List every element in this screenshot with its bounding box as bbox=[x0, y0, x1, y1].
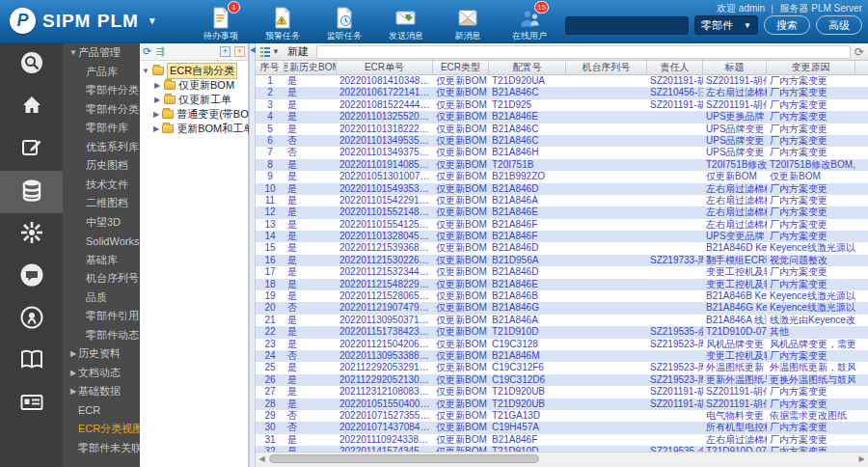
search-button[interactable]: 搜索 bbox=[764, 15, 810, 35]
tree-node[interactable]: ▶仅更新BOM bbox=[142, 78, 246, 93]
table-row[interactable]: 21是202201130950371…仅更新BOMB21A846AB21A846… bbox=[256, 315, 868, 326]
tree-collapse-icon[interactable]: ▼ bbox=[142, 67, 149, 75]
horizontal-scrollbar[interactable]: ◀ ▶ bbox=[256, 452, 868, 464]
table-row[interactable]: 15是202201121539368…仅更新BOMB21A846DB21A846… bbox=[256, 242, 868, 254]
advanced-search-button[interactable]: 高级 bbox=[816, 15, 862, 35]
column-header[interactable]: 更新历史BOM bbox=[285, 61, 337, 74]
column-header[interactable]: 配置号 bbox=[489, 61, 566, 74]
sidebar-item[interactable]: 基础库 bbox=[63, 251, 140, 270]
tool-online-users[interactable]: 在线用户15 bbox=[506, 4, 553, 42]
table-row[interactable]: 29否202201071527355…仅更新BOMT21GA13D电气物料变更依… bbox=[256, 410, 868, 422]
strip-item-book[interactable] bbox=[0, 341, 63, 383]
sidebar-item[interactable]: 零部件未关联文件 bbox=[63, 439, 140, 458]
expand-all-button[interactable]: + bbox=[220, 46, 231, 57]
tree-node[interactable]: ▶普通变更(带BOM变更) bbox=[142, 107, 246, 122]
table-row[interactable]: 7否202201101349375…仅更新BOMB21A846HUPS品牌变更厂… bbox=[256, 147, 868, 158]
column-header[interactable]: 机台序列号 bbox=[566, 61, 647, 74]
table-row[interactable]: 28是202201051550400…仅更新BOMT21D920UBSZ2011… bbox=[256, 398, 868, 410]
strip-item-edit[interactable] bbox=[0, 128, 63, 171]
tool-todo-document[interactable]: 待办事项1 bbox=[198, 4, 244, 42]
table-row[interactable]: 6否202201101349535…仅更新BOMB21A846CUPS品牌变更厂… bbox=[256, 135, 868, 147]
column-header[interactable]: 标题 bbox=[703, 61, 767, 74]
column-header[interactable]: ECR单号 bbox=[337, 61, 433, 74]
sidebar-item[interactable]: ▼产品管理 bbox=[63, 43, 140, 63]
scroll-left-icon[interactable]: ◀ bbox=[257, 453, 267, 464]
sidebar-item[interactable]: 中望3D bbox=[63, 213, 140, 233]
strip-item-gear[interactable] bbox=[0, 213, 63, 256]
new-button[interactable]: 新建 bbox=[284, 44, 312, 59]
table-row[interactable]: 16是202201121530226…仅更新BOMB21D956ASZ21973… bbox=[256, 255, 868, 266]
grid-refresh-icon[interactable]: ⟳ bbox=[854, 45, 864, 59]
sidebar-item[interactable]: 零部件引用查询 bbox=[63, 307, 140, 326]
sidebar-item[interactable]: 产品库 bbox=[63, 63, 140, 82]
sidebar-item[interactable]: ▶基础数据 bbox=[63, 382, 140, 401]
table-row[interactable]: 14是202201101328045…仅更新BOMB21A846FUPS变更品牌… bbox=[256, 231, 868, 242]
scroll-right-icon[interactable]: ▶ bbox=[856, 453, 867, 464]
collapse-all-button[interactable]: + bbox=[234, 46, 245, 57]
tool-warning-task[interactable]: 预警任务 bbox=[259, 4, 306, 42]
app-logo[interactable]: P SIPM PLM ▼ bbox=[10, 8, 157, 34]
column-header[interactable]: 变更原因 bbox=[767, 61, 855, 74]
strip-item-search[interactable] bbox=[0, 43, 63, 86]
table-row[interactable]: 30否202201071437084…仅更新BOMC19H457A所有机型电控柜… bbox=[256, 422, 868, 433]
sidebar-item[interactable]: 优选系列库 bbox=[63, 138, 140, 157]
table-row[interactable]: 17是202201121532344…仅更新BOMB21A846D变更工控机及轴… bbox=[256, 266, 868, 278]
list-view-icon[interactable]: ▼ bbox=[259, 46, 280, 58]
grid-filter-input[interactable] bbox=[316, 45, 851, 59]
sidebar-item[interactable]: 历史图档 bbox=[63, 156, 140, 176]
sidebar-item[interactable]: ▶历史资料 bbox=[63, 344, 140, 364]
tree-node[interactable]: ▶仅更新工单 bbox=[142, 93, 246, 107]
sidebar-item[interactable]: 品质 bbox=[63, 288, 140, 308]
table-row[interactable]: 1是202201081410348…仅更新BOMT21D920UASZ20119… bbox=[256, 75, 868, 87]
table-row[interactable]: 25是202112292053291…仅更新BOMC19C312F6SZ2195… bbox=[256, 362, 868, 373]
sidebar-item[interactable]: 零部件分类视图 bbox=[63, 100, 140, 120]
refresh-icon[interactable]: ⟳ bbox=[143, 46, 151, 57]
table-row[interactable]: 2是202201061722141…仅更新BOMB21A846CSZ210456… bbox=[256, 87, 868, 98]
table-row[interactable]: 5是202201101318222…仅更新BOMB21A846CUPS品牌变更厂… bbox=[256, 124, 868, 135]
tool-send-message[interactable]: 发送消息 bbox=[383, 4, 429, 42]
table-row[interactable]: 13是202201101554125…仅更新BOMB21A846F左右扇过滤棉板… bbox=[256, 219, 868, 231]
tool-monitor-task[interactable]: 监听任务 bbox=[321, 4, 367, 42]
strip-item-database[interactable] bbox=[0, 171, 63, 213]
tree-root-node[interactable]: ▼ ECR自动分类 bbox=[142, 64, 246, 78]
table-row[interactable]: 3是202201081522444…仅更新BOMT21D925SZ201191-… bbox=[256, 99, 868, 111]
table-row[interactable]: 10是202201101549353…仅更新BOMB21A846D左右扇过滤棉板… bbox=[256, 183, 868, 195]
column-header[interactable]: 责任人 bbox=[647, 61, 703, 74]
table-row[interactable]: 24否202201130953388…仅更新BOMB21A846M变更工控机及轴… bbox=[256, 350, 868, 362]
sidebar-item[interactable]: ECR分类视图 bbox=[63, 420, 140, 439]
table-row[interactable]: 11是202201101542291…仅更新BOMB21A846A左右扇过滤棉板… bbox=[256, 195, 868, 206]
sidebar-item[interactable]: 零部件动态 bbox=[63, 326, 140, 345]
table-row[interactable]: 27是202112312108083…仅更新BOMT21D920UBSZ2011… bbox=[256, 386, 868, 398]
strip-item-chat[interactable] bbox=[0, 256, 63, 298]
sidebar-item[interactable]: ECR bbox=[63, 401, 140, 421]
sidebar-item[interactable]: 机台序列号 bbox=[63, 269, 140, 288]
strip-item-home[interactable] bbox=[0, 86, 63, 128]
scrollbar-thumb[interactable] bbox=[269, 454, 539, 463]
sidebar-item[interactable]: ▶文档动态 bbox=[63, 364, 140, 383]
table-row[interactable]: 19是202201121528065…仅更新BOMB21A846BB21A846… bbox=[256, 290, 868, 302]
table-row[interactable]: 20否202201121907479…仅更新BOMB21A846GB21A846… bbox=[256, 302, 868, 314]
table-row[interactable]: 12是202201101552148…仅更新BOMB21A846E左右扇过滤棉板… bbox=[256, 206, 868, 218]
table-row[interactable]: 23是202201121504206…仅更新BOMC19C3128SZ21952… bbox=[256, 339, 868, 350]
panel-splitter[interactable]: ◀ bbox=[249, 43, 256, 467]
sidebar-item[interactable]: SolidWorks bbox=[63, 232, 140, 251]
sidebar-item[interactable]: 二维图档 bbox=[63, 194, 140, 213]
table-row[interactable]: 9是202201051301007…仅更新BOMB21B992ZO仅更新BOM仅… bbox=[256, 171, 868, 182]
column-header[interactable]: 序号 bbox=[256, 61, 285, 74]
strip-item-broadcast[interactable] bbox=[0, 298, 63, 341]
table-row[interactable]: 22是202201151738423…仅更新BOMT21D910DSZ21953… bbox=[256, 326, 868, 338]
tool-new-message[interactable]: 新消息 bbox=[445, 4, 491, 42]
table-row[interactable]: 4是202201101325520…仅更新BOMB21A846EUPS更换品牌厂… bbox=[256, 111, 868, 123]
sidebar-item[interactable]: 零部件分类 bbox=[63, 81, 140, 100]
tree-node[interactable]: ▶更新BOM和工单 bbox=[142, 122, 246, 136]
expand-tree-icon[interactable]: ⇶ bbox=[155, 46, 164, 57]
sidebar-item[interactable]: 零部件库 bbox=[63, 119, 140, 138]
table-row[interactable]: 18是202201121548229…仅更新BOMB21A846E变更工控机及轴… bbox=[256, 279, 868, 290]
table-row[interactable]: 8是202201101914085…仅更新BOMT20I751BT20I751B… bbox=[256, 159, 868, 171]
table-row[interactable]: 31是202201110924338…仅更新BOMB21A846F左右扇过滤棉板… bbox=[256, 434, 868, 446]
search-input[interactable] bbox=[565, 16, 689, 35]
table-row[interactable]: 26是202112292052130…仅更新BOMC19C312D6SZ2195… bbox=[256, 374, 868, 386]
column-header[interactable]: ECR类型 bbox=[433, 61, 489, 74]
search-category-select[interactable]: 零部件 ▼ bbox=[694, 15, 758, 35]
strip-item-idcard[interactable] bbox=[0, 383, 63, 426]
